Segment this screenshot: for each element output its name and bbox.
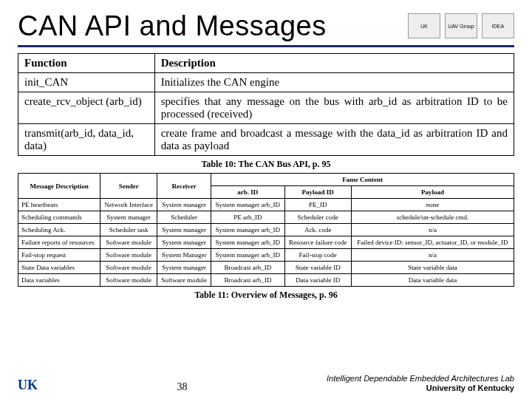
- logo-uk: UK: [408, 13, 440, 38]
- table-row: Message Description Sender Receiver Fame…: [18, 174, 514, 186]
- receiver-cell: System manager: [157, 224, 211, 236]
- msg-cell: PE heartbeats: [18, 199, 100, 211]
- arb-cell: PE arb_ID: [211, 211, 285, 224]
- table-row: init_CAN Initializes the CAN engine: [18, 73, 514, 92]
- table11-caption: Table 11: Overview of Messages, p. 96: [18, 290, 514, 301]
- payloadid-cell: Ack. code: [284, 224, 351, 236]
- sender-cell: Software module: [100, 236, 157, 249]
- col-payload: Payload: [351, 186, 514, 199]
- col-arb: arb. ID: [211, 186, 285, 199]
- arb-cell: Broadcast arb_ID: [211, 262, 285, 274]
- sender-cell: Scheduler task: [100, 224, 157, 236]
- msg-cell: Scheduling commands: [18, 211, 100, 224]
- payload-cell: n/a: [351, 249, 514, 262]
- arb-cell: System manager arb_ID: [211, 199, 285, 211]
- sender-cell: Software module: [100, 262, 157, 274]
- payloadid-cell: State variable ID: [284, 262, 351, 274]
- col-payload-id: Payload ID: [284, 186, 351, 199]
- col-msg: Message Description: [18, 174, 100, 199]
- sender-cell: Software module: [100, 274, 157, 287]
- payloadid-cell: Fail-stop code: [284, 249, 351, 262]
- receiver-cell: Scheduler: [157, 211, 211, 224]
- footer-lab: Intelligent Dependable Embedded Architec…: [327, 374, 514, 393]
- payloadid-cell: PE_ID: [284, 199, 351, 211]
- table-row: State Data variables Software module Sys…: [18, 262, 514, 274]
- receiver-cell: System manager: [157, 199, 211, 211]
- receiver-cell: Software module: [157, 274, 211, 287]
- receiver-cell: System manager: [157, 236, 211, 249]
- col-function: Function: [18, 54, 155, 73]
- slide-footer: UK 38 Intelligent Dependable Embedded Ar…: [0, 374, 532, 393]
- sender-cell: System manager: [100, 211, 157, 224]
- desc-cell: create frame and broadcast a message wit…: [154, 124, 514, 156]
- arb-cell: Broadcast arb_ID: [211, 274, 285, 287]
- table-row: Data variables Software module Software …: [18, 274, 514, 287]
- desc-cell: specifies that any message on the bus wi…: [154, 92, 514, 124]
- payloadid-cell: Resource failure code: [284, 236, 351, 249]
- receiver-cell: System manager: [157, 262, 211, 274]
- arb-cell: System manager arb_ID: [211, 224, 285, 236]
- table-row: Scheduling Ack. Scheduler task System ma…: [18, 224, 514, 236]
- table-row: create_rcv_object (arb_id) specifies tha…: [18, 92, 514, 124]
- table10-caption: Table 10: The CAN Bus API, p. 95: [18, 159, 514, 170]
- col-description: Description: [154, 54, 514, 73]
- table-row: Failure reports of resources Software mo…: [18, 236, 514, 249]
- footer-uk-logo: UK: [18, 378, 38, 393]
- table-row: Scheduling commands System manager Sched…: [18, 211, 514, 224]
- title-rule: [18, 45, 514, 47]
- col-frame: Fame Content: [211, 174, 514, 186]
- sender-cell: Software module: [100, 249, 157, 262]
- fn-cell: create_rcv_object (arb_id): [18, 92, 155, 124]
- table-row: Function Description: [18, 54, 514, 73]
- slide-title: CAN API and Messages: [18, 10, 327, 42]
- logo-uav: UAV Group: [445, 13, 477, 38]
- payload-cell: Data variable data: [351, 274, 514, 287]
- payload-cell: schedule/un-schedule cmd.: [351, 211, 514, 224]
- col-receiver: Receiver: [157, 174, 211, 199]
- table-row: Fail-stop request Software module System…: [18, 249, 514, 262]
- payloadid-cell: Data variable ID: [284, 274, 351, 287]
- msg-cell: Fail-stop request: [18, 249, 100, 262]
- logo-idea: IDEA: [482, 13, 514, 38]
- fn-cell: init_CAN: [18, 73, 155, 92]
- msg-cell: Data variables: [18, 274, 100, 287]
- sender-cell: Network Interface: [100, 199, 157, 211]
- msg-cell: Failure reports of resources: [18, 236, 100, 249]
- payload-cell: State variable data: [351, 262, 514, 274]
- payload-cell: Failed device ID: sensor_ID, actuator_ID…: [351, 236, 514, 249]
- payloadid-cell: Scheduler code: [284, 211, 351, 224]
- fn-cell: transmit(arb_id, data_id, data): [18, 124, 155, 156]
- table-row: transmit(arb_id, data_id, data) create f…: [18, 124, 514, 156]
- payload-cell: none: [351, 199, 514, 211]
- msg-cell: Scheduling Ack.: [18, 224, 100, 236]
- logo-group: UK UAV Group IDEA: [408, 13, 514, 38]
- receiver-cell: System Manager: [157, 249, 211, 262]
- arb-cell: System manager arb_ID: [211, 236, 285, 249]
- col-sender: Sender: [100, 174, 157, 199]
- lab-line1: Intelligent Dependable Embedded Architec…: [327, 374, 514, 383]
- arb-cell: System manager arb_ID: [211, 249, 285, 262]
- desc-cell: Initializes the CAN engine: [154, 73, 514, 92]
- msg-cell: State Data variables: [18, 262, 100, 274]
- table-messages: Message Description Sender Receiver Fame…: [18, 173, 514, 287]
- lab-line2: University of Kentucky: [327, 383, 514, 393]
- payload-cell: n/a: [351, 224, 514, 236]
- page-number: 38: [177, 381, 188, 393]
- table-can-api: Function Description init_CAN Initialize…: [18, 53, 514, 156]
- table-row: PE heartbeats Network Interface System m…: [18, 199, 514, 211]
